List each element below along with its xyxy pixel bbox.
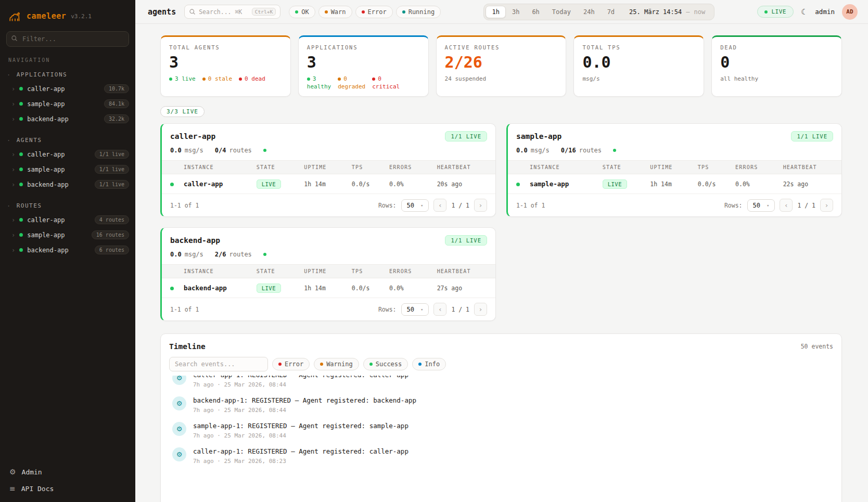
prev-page-button[interactable]: ‹ — [433, 199, 446, 212]
timeline-filter-info[interactable]: Info — [412, 358, 446, 370]
timeline-event[interactable]: ⚙ backend-app-1: REGISTERED — Agent regi… — [169, 392, 833, 418]
event-timestamp: 7h ago · 25 Mar 2026, 08:44 — [193, 407, 416, 414]
status-dot — [372, 78, 375, 81]
rows-per-page-select[interactable]: 50▾ — [401, 303, 429, 316]
table-row[interactable]: sample-app LIVE 1h 14m 0.0/s 0.0% 22s ag… — [508, 174, 841, 194]
sidebar-item-agents-caller-app[interactable]: › caller-app 1/1 live — [0, 147, 135, 162]
time-range-24h[interactable]: 24h — [577, 6, 601, 18]
rows-per-page-select[interactable]: 50▾ — [401, 199, 429, 212]
sidebar-item-badge: 6 routes — [95, 246, 129, 254]
routes-metric: 2/6routes — [215, 251, 252, 258]
status-dot — [295, 10, 298, 14]
timeline-search-input[interactable] — [169, 357, 268, 371]
page-indicator: 1 / 1 — [451, 202, 469, 209]
section-header-applications[interactable]: · APPLICATIONS — [0, 69, 135, 81]
filter-chip-ok[interactable]: OK — [289, 6, 315, 18]
next-page-button[interactable]: › — [820, 199, 833, 212]
api-docs-label: API Docs — [21, 485, 54, 493]
event-gear-icon: ⚙ — [172, 376, 186, 385]
timeline-filter-warning[interactable]: Warning — [314, 358, 359, 370]
tps-metric: 0.0msg/s — [170, 251, 203, 258]
event-timestamp: 7h ago · 25 Mar 2026, 08:44 — [193, 432, 409, 439]
admin-label: Admin — [22, 468, 42, 476]
app-card-title[interactable]: sample-app — [516, 132, 561, 140]
sidebar-item-admin[interactable]: ⚙ Admin — [9, 468, 126, 476]
camel-logo-icon — [8, 9, 22, 23]
timeline-event[interactable]: ⚙ sample-app-1: REGISTERED — Agent regis… — [169, 418, 833, 443]
sidebar-item-badge: 32.2k — [104, 114, 129, 123]
timeline-event-list[interactable]: ⚙ caller-app-1: REGISTERED — Agent regis… — [169, 376, 833, 498]
status-dot — [19, 183, 23, 186]
section-header-routes[interactable]: · ROUTES — [0, 200, 135, 212]
live-count-badge: 1/1 LIVE — [791, 131, 833, 141]
sidebar-section-applications: · APPLICATIONS › caller-app 10.7k › samp… — [0, 69, 135, 126]
sidebar-item-label: sample-app — [27, 231, 65, 239]
gear-icon: ⚙ — [9, 468, 16, 476]
app-card-title[interactable]: backend-app — [170, 236, 220, 244]
sidebar-footer: ⚙ Admin ≡ API Docs — [0, 461, 135, 493]
table-header: INSTANCESTATEUPTIMETPSERRORSHEARTBEAT — [508, 160, 841, 174]
event-title: sample-app-1: REGISTERED — Agent registe… — [193, 422, 409, 430]
filter-chip-running[interactable]: Running — [396, 6, 441, 18]
stat-sub-dead: 0 dead — [239, 75, 265, 82]
prev-page-button[interactable]: ‹ — [433, 303, 446, 316]
table-header: INSTANCESTATEUPTIMETPSERRORSHEARTBEAT — [162, 264, 495, 278]
sidebar-item-routes-backend-app[interactable]: › backend-app 6 routes — [0, 242, 135, 258]
dark-mode-toggle[interactable]: ☾ — [801, 7, 808, 17]
filter-chip-error[interactable]: Error — [355, 6, 393, 18]
next-page-button[interactable]: › — [474, 303, 487, 316]
event-gear-icon: ⚙ — [172, 447, 186, 461]
global-search-input[interactable] — [199, 8, 249, 16]
time-range-7d[interactable]: 7d — [601, 6, 621, 18]
next-page-button[interactable]: › — [474, 199, 487, 212]
filter-chip-warn[interactable]: Warn — [318, 6, 352, 18]
sidebar-item-routes-caller-app[interactable]: › caller-app 4 routes — [0, 212, 135, 227]
sidebar-item-api-docs[interactable]: ≡ API Docs — [9, 484, 126, 493]
sidebar-item-agents-backend-app[interactable]: › backend-app 1/1 live — [0, 177, 135, 192]
time-range-1h[interactable]: 1h — [486, 6, 505, 18]
timeline-filter-success[interactable]: Success — [363, 358, 409, 370]
app-card-caller-app: caller-app 1/1 LIVE 0.0msg/s 0/4routes I… — [160, 123, 496, 217]
chevron-right-icon: › — [11, 85, 15, 93]
sidebar: cameleer v3.2.1 NAVIGATION · APPLICATION… — [0, 0, 135, 502]
status-dot — [202, 78, 206, 81]
event-gear-icon: ⚙ — [172, 422, 186, 436]
sidebar-filter-input[interactable] — [6, 31, 129, 47]
table-row[interactable]: caller-app LIVE 1h 14m 0.0/s 0.0% 20s ag… — [162, 174, 495, 194]
time-range-3h[interactable]: 3h — [506, 6, 526, 18]
chevron-right-icon: › — [11, 216, 15, 224]
sidebar-item-applications-backend-app[interactable]: › backend-app 32.2k — [0, 111, 135, 126]
avatar[interactable]: AD — [842, 4, 858, 20]
timeline-filter-error[interactable]: Error — [272, 358, 310, 370]
sidebar-item-applications-sample-app[interactable]: › sample-app 84.1k — [0, 96, 135, 111]
routes-metric: 0/4routes — [215, 147, 252, 154]
app-card-title[interactable]: caller-app — [170, 132, 215, 140]
sidebar-item-badge: 1/1 live — [95, 150, 129, 159]
navigation-label: NAVIGATION — [0, 57, 135, 69]
table-row[interactable]: backend-app LIVE 1h 14m 0.0/s 0.0% 27s a… — [162, 278, 495, 298]
status-dot — [307, 78, 310, 81]
sidebar-filter — [6, 31, 129, 47]
app-card-backend-app: backend-app 1/1 LIVE 0.0msg/s 2/6routes … — [160, 227, 496, 321]
timeline-event[interactable]: ⚙ caller-app-1: REGISTERED — Agent regis… — [169, 443, 833, 469]
docs-icon: ≡ — [9, 484, 16, 493]
time-range-today[interactable]: Today — [546, 6, 577, 18]
sidebar-item-agents-sample-app[interactable]: › sample-app 1/1 live — [0, 162, 135, 177]
global-search[interactable]: Ctrl+K — [184, 5, 280, 19]
status-dot — [278, 363, 282, 366]
sidebar-item-applications-caller-app[interactable]: › caller-app 10.7k — [0, 81, 135, 96]
chevron-down-icon: ▾ — [420, 203, 423, 208]
timeline-event[interactable]: ⚙ caller-app-1: REGISTERED — Agent regis… — [169, 376, 833, 392]
time-range-6h[interactable]: 6h — [526, 6, 545, 18]
app-logo[interactable]: cameleer v3.2.1 — [0, 7, 135, 31]
sidebar-item-routes-sample-app[interactable]: › sample-app 16 routes — [0, 227, 135, 242]
timeline-panel: Timeline 50 events Error Warning Success… — [160, 333, 842, 502]
tps-metric: 0.0msg/s — [516, 147, 550, 154]
rows-per-page-select[interactable]: 50▾ — [747, 199, 775, 212]
section-header-agents[interactable]: · AGENTS — [0, 135, 135, 147]
routes-metric: 0/16routes — [561, 147, 602, 154]
status-dot — [325, 10, 328, 14]
sidebar-item-badge: 10.7k — [104, 84, 129, 93]
status-dot — [19, 233, 23, 237]
prev-page-button[interactable]: ‹ — [780, 199, 793, 212]
